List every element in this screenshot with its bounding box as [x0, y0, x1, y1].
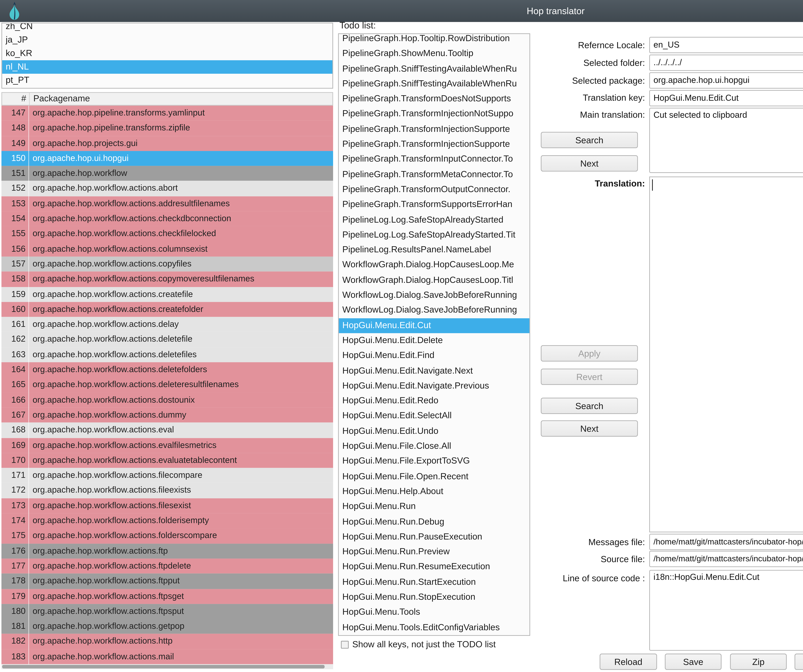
- package-row[interactable]: 162org.apache.hop.workflow.actions.delet…: [2, 332, 333, 347]
- package-row[interactable]: 149org.apache.hop.projects.gui: [2, 136, 333, 151]
- reference-locale-input[interactable]: en_US: [649, 37, 803, 53]
- todo-item[interactable]: PipelineLog.Log.SafeStopAlreadyStarted: [339, 212, 530, 228]
- todo-item[interactable]: WorkflowGraph.Dialog.HopCausesLoop.Titl: [339, 273, 530, 288]
- package-row[interactable]: 183org.apache.hop.workflow.actions.mail: [2, 649, 333, 664]
- todo-item[interactable]: HopGui.Menu.Edit.Delete: [339, 333, 530, 348]
- todo-item[interactable]: HopGui.Menu.File.Close.All: [339, 439, 530, 454]
- package-row-name: org.apache.hop.workflow.actions.deletefi…: [29, 332, 333, 347]
- todo-item[interactable]: HopGui.Menu.File.ExportToSVG: [339, 454, 530, 469]
- locale-item[interactable]: ko_KR: [2, 47, 332, 60]
- reload-button[interactable]: Reload: [600, 654, 657, 670]
- todo-item[interactable]: PipelineGraph.TransformInjectionSupporte: [339, 122, 530, 137]
- package-row[interactable]: 175org.apache.hop.workflow.actions.folde…: [2, 528, 333, 543]
- save-button[interactable]: Save: [665, 654, 722, 670]
- todo-item[interactable]: HopGui.Menu.File.Open.Recent: [339, 469, 530, 484]
- package-row[interactable]: 152org.apache.hop.workflow.actions.abort: [2, 181, 333, 196]
- next-button-top[interactable]: Next: [541, 155, 638, 172]
- package-row[interactable]: 182org.apache.hop.workflow.actions.http: [2, 634, 333, 649]
- todo-item[interactable]: HopGui.Menu.Run: [339, 499, 530, 514]
- todo-item[interactable]: HopGui.Menu.Edit.Navigate.Next: [339, 363, 530, 378]
- package-row[interactable]: 176org.apache.hop.workflow.actions.ftp: [2, 543, 333, 558]
- package-row[interactable]: 148org.apache.hop.pipeline.transforms.zi…: [2, 121, 333, 136]
- todo-item[interactable]: WorkflowLog.Dialog.SaveJobBeforeRunning: [339, 288, 530, 303]
- package-row-number: 171: [2, 468, 29, 483]
- todo-item[interactable]: HopGui.Menu.Edit.Redo: [339, 394, 530, 408]
- package-row[interactable]: 164org.apache.hop.workflow.actions.delet…: [2, 362, 333, 377]
- apply-button[interactable]: Apply: [541, 345, 638, 361]
- todo-item[interactable]: HopGui.Menu.Edit.SelectAll: [339, 408, 530, 424]
- package-row[interactable]: 163org.apache.hop.workflow.actions.delet…: [2, 347, 333, 362]
- todo-item[interactable]: HopGui.Menu.Edit.Navigate.Previous: [339, 378, 530, 394]
- package-row[interactable]: 157org.apache.hop.workflow.actions.copyf…: [2, 257, 333, 272]
- todo-item[interactable]: HopGui.Menu.Help.About: [339, 484, 530, 499]
- hop-translator-window: Hop translator zh_CNja_JPko_KRnl_NLpt_PT…: [0, 0, 803, 672]
- package-row-number: 169: [2, 438, 29, 453]
- todo-item[interactable]: HopGui.Menu.Edit.Cut: [339, 318, 530, 333]
- todo-item[interactable]: PipelineGraph.TransformInputConnector.To: [339, 152, 530, 167]
- package-table-hscrollbar[interactable]: [2, 664, 333, 669]
- package-row[interactable]: 173org.apache.hop.workflow.actions.files…: [2, 498, 333, 513]
- package-row[interactable]: 151org.apache.hop.workflow: [2, 166, 333, 181]
- package-row-name: org.apache.hop.workflow.actions.http: [29, 634, 333, 649]
- package-row-name: org.apache.hop.workflow.actions.createfo…: [29, 302, 333, 317]
- selected-package-input[interactable]: org.apache.hop.ui.hopgui: [649, 72, 803, 89]
- todo-item[interactable]: PipelineGraph.TransformSupportsErrorHan: [339, 197, 530, 212]
- hscrollbar-thumb[interactable]: [2, 665, 325, 669]
- todo-item[interactable]: PipelineGraph.TransformInjectionSupporte: [339, 137, 530, 152]
- package-row[interactable]: 154org.apache.hop.workflow.actions.check…: [2, 212, 333, 226]
- close-button[interactable]: Close: [795, 654, 803, 670]
- translation-textarea[interactable]: [649, 177, 803, 532]
- package-row[interactable]: 177org.apache.hop.workflow.actions.ftpde…: [2, 558, 333, 574]
- package-row[interactable]: 156org.apache.hop.workflow.actions.colum…: [2, 242, 333, 257]
- search-button-bottom[interactable]: Search: [541, 398, 638, 414]
- package-row-name: org.apache.hop.workflow.actions.checkdbc…: [29, 212, 333, 226]
- locale-item[interactable]: ja_JP: [2, 33, 332, 47]
- package-row[interactable]: 150org.apache.hop.ui.hopgui: [2, 151, 333, 166]
- messages-file-input[interactable]: /home/matt/git/mattcasters/incubator-hop…: [649, 534, 803, 550]
- next-button-bottom[interactable]: Next: [541, 420, 638, 437]
- package-row[interactable]: 180org.apache.hop.workflow.actions.ftpsp…: [2, 604, 333, 619]
- todo-item[interactable]: PipelineLog.ResultsPanel.NameLabel: [339, 242, 530, 258]
- translation-key-input[interactable]: HopGui.Menu.Edit.Cut: [649, 90, 803, 106]
- todo-list-label: Todo list:: [340, 20, 376, 31]
- todo-item[interactable]: HopGui.Menu.Edit.Find: [339, 348, 530, 363]
- todo-item[interactable]: PipelineLog.Log.SafeStopAlreadyStarted.T…: [339, 228, 530, 242]
- package-row[interactable]: 171org.apache.hop.workflow.actions.filec…: [2, 468, 333, 483]
- todo-item[interactable]: WorkflowLog.Dialog.SaveJobBeforeRunning: [339, 303, 530, 318]
- todo-item[interactable]: HopGui.Menu.Run.Debug: [339, 514, 530, 529]
- todo-item[interactable]: HopGui.Menu.Edit.Undo: [339, 424, 530, 439]
- show-all-keys-checkbox[interactable]: [341, 641, 349, 648]
- package-row[interactable]: 161org.apache.hop.workflow.actions.delay: [2, 317, 333, 332]
- source-file-input[interactable]: /home/matt/git/mattcasters/incubator-hop…: [649, 551, 803, 567]
- package-row[interactable]: 158org.apache.hop.workflow.actions.copym…: [2, 272, 333, 287]
- todo-item[interactable]: HopGui.Menu.Tools.EditConfigVariables: [339, 620, 530, 635]
- package-row[interactable]: 172org.apache.hop.workflow.actions.filee…: [2, 483, 333, 498]
- package-row[interactable]: 167org.apache.hop.workflow.actions.dummy: [2, 407, 333, 423]
- package-row-number: 148: [2, 121, 29, 136]
- package-row[interactable]: 159org.apache.hop.workflow.actions.creat…: [2, 287, 333, 302]
- package-row[interactable]: 168org.apache.hop.workflow.actions.eval: [2, 423, 333, 438]
- package-row[interactable]: 155org.apache.hop.workflow.actions.check…: [2, 226, 333, 242]
- zip-button[interactable]: Zip: [730, 654, 787, 670]
- todo-item[interactable]: HopGui.Menu.Run.StopExecution: [339, 590, 530, 605]
- selected-folder-input[interactable]: ../../../../: [649, 55, 803, 71]
- locale-item[interactable]: pt_PT: [2, 74, 332, 87]
- package-row[interactable]: 170org.apache.hop.workflow.actions.evalu…: [2, 453, 333, 468]
- locale-item[interactable]: zh_CN: [2, 23, 332, 33]
- locale-item[interactable]: nl_NL: [2, 60, 332, 74]
- package-row[interactable]: 165org.apache.hop.workflow.actions.delet…: [2, 377, 333, 392]
- package-row[interactable]: 153org.apache.hop.workflow.actions.addre…: [2, 196, 333, 212]
- todo-item[interactable]: WorkflowGraph.Dialog.HopCausesLoop.Me: [339, 258, 530, 273]
- package-row[interactable]: 178org.apache.hop.workflow.actions.ftppu…: [2, 574, 333, 589]
- package-row[interactable]: 181org.apache.hop.workflow.actions.getpo…: [2, 619, 333, 634]
- package-row[interactable]: 179org.apache.hop.workflow.actions.ftpsg…: [2, 589, 333, 604]
- package-row[interactable]: 160org.apache.hop.workflow.actions.creat…: [2, 302, 333, 317]
- package-row[interactable]: 169org.apache.hop.workflow.actions.evalf…: [2, 438, 333, 453]
- search-button-top[interactable]: Search: [541, 132, 638, 148]
- package-row-number: 162: [2, 332, 29, 347]
- revert-button[interactable]: Revert: [541, 369, 638, 385]
- package-row[interactable]: 166org.apache.hop.workflow.actions.dosto…: [2, 392, 333, 407]
- package-row[interactable]: 147org.apache.hop.pipeline.transforms.ya…: [2, 106, 333, 121]
- package-row[interactable]: 174org.apache.hop.workflow.actions.folde…: [2, 513, 333, 528]
- todo-item[interactable]: HopGui.Menu.Tools: [339, 605, 530, 620]
